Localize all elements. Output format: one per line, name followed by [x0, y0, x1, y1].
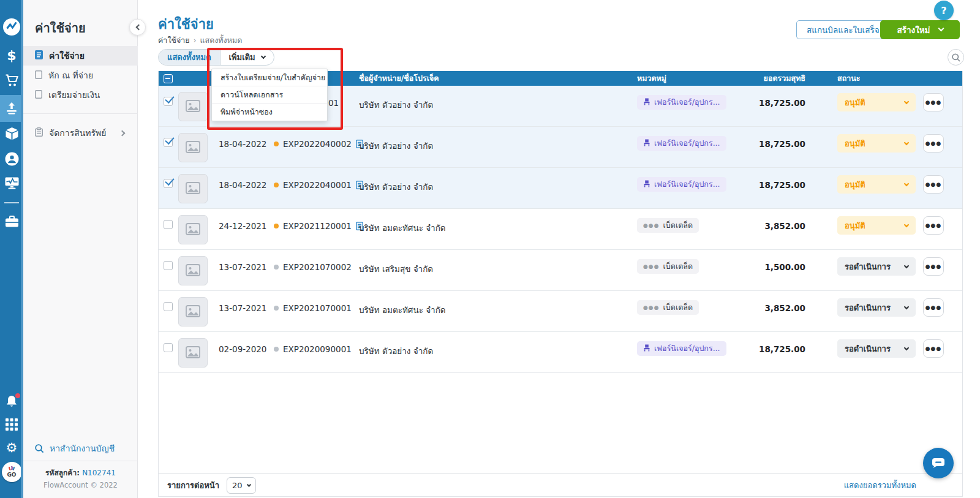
- sidebar-item[interactable]: ค่าใช้จ่าย: [23, 46, 138, 66]
- select-all-checkbox[interactable]: [164, 74, 173, 83]
- contacts-icon[interactable]: [0, 152, 23, 166]
- sidebar-divider: [23, 113, 138, 114]
- package-icon[interactable]: [0, 127, 23, 140]
- status-select[interactable]: รอดำเนินการ: [837, 298, 916, 317]
- document-number: EXP2020090001: [283, 344, 352, 354]
- table-row: 24-12-2021EXP2021120001บริษัท อมตะทัศนะ …: [159, 209, 962, 250]
- date-cell: 13-07-2021: [219, 291, 274, 331]
- chat-bubble-button[interactable]: [923, 448, 954, 478]
- sidebar-collapse-button[interactable]: [129, 19, 146, 36]
- cart-icon[interactable]: [0, 74, 23, 87]
- chevron-down-icon: [260, 54, 265, 59]
- status-dot: [274, 265, 279, 270]
- status-select[interactable]: อนุมัติ: [837, 216, 916, 235]
- image-placeholder-icon: [186, 100, 200, 114]
- attachment-thumbnail[interactable]: [178, 215, 208, 244]
- attachment-thumbnail[interactable]: [178, 92, 208, 121]
- date-cell: 24-12-2021: [219, 209, 274, 249]
- notification-badge: [15, 393, 20, 398]
- status-dot: [274, 224, 279, 228]
- flowaccount-logo-icon[interactable]: [0, 18, 23, 36]
- copyright-text: FlowAccount © 2022: [23, 481, 138, 489]
- breadcrumb: ค่าใช้จ่าย › แสดงทั้งหมด: [158, 34, 242, 47]
- status-select[interactable]: อนุมัติ: [837, 175, 916, 194]
- row-more-button[interactable]: ●●●: [923, 175, 944, 194]
- sidebar-title: ค่าใช้จ่าย: [35, 18, 86, 38]
- row-more-button[interactable]: ●●●: [923, 257, 944, 276]
- search-icon: [35, 444, 44, 453]
- find-accountant-link[interactable]: หาสำนักงานบัญชี: [23, 436, 138, 461]
- row-checkbox[interactable]: [164, 220, 173, 229]
- row-more-button[interactable]: ●●●: [923, 216, 944, 235]
- net-total: 1,500.00: [745, 250, 807, 290]
- net-total: 18,725.00: [745, 127, 807, 167]
- category-chip: เฟอร์นิเจอร์/อุปกร...: [637, 341, 726, 356]
- go-logo-icon[interactable]: GO: [0, 461, 23, 482]
- create-new-button[interactable]: สร้างใหม่: [880, 20, 960, 39]
- chevron-down-icon: [904, 263, 909, 268]
- per-page-select[interactable]: 20: [227, 477, 256, 494]
- category-chip: เฟอร์นิเจอร์/อุปกร...: [637, 177, 726, 192]
- table-row: 13-07-2021EXP2021070001บริษัท อมตะทัศนะ …: [159, 291, 962, 332]
- document-number: EXP2021070002: [283, 262, 352, 272]
- status-select[interactable]: รอดำเนินการ: [837, 257, 916, 276]
- dollar-icon[interactable]: $: [0, 48, 23, 62]
- status-select[interactable]: รอดำเนินการ: [837, 339, 916, 358]
- expense-table-card: ชื่อผู้จำหน่าย/ชื่อโปรเจ็ค หมวดหมู่ ยอดร…: [158, 71, 963, 497]
- apps-grid-icon[interactable]: [0, 418, 23, 431]
- briefcase-icon[interactable]: [0, 216, 23, 227]
- attachment-thumbnail[interactable]: [178, 256, 208, 285]
- row-more-button[interactable]: ●●●: [923, 93, 944, 111]
- date-cell: 18-04-2022: [219, 127, 274, 167]
- attachment-thumbnail[interactable]: [178, 174, 208, 203]
- show-total-link[interactable]: แสดงยอดรวมทั้งหมด: [844, 479, 916, 492]
- help-button[interactable]: ?: [934, 1, 954, 20]
- customer-code-value[interactable]: N102741: [82, 469, 116, 477]
- app-icon-rail: $ ⚙: [0, 0, 23, 498]
- furniture-icon: [643, 139, 650, 148]
- furniture-icon: [643, 344, 650, 353]
- sidebar-item-asset-management[interactable]: จัดการสินทรัพย์: [23, 123, 138, 143]
- status-dot: [274, 183, 279, 187]
- vendor-name: บริษัท ตัวอย่าง จำกัด: [356, 332, 632, 372]
- row-checkbox[interactable]: [164, 261, 173, 270]
- net-total: 3,852.00: [745, 291, 807, 331]
- document-icon-active: [35, 50, 43, 61]
- document-number: EXP2022040001: [283, 180, 352, 190]
- breadcrumb-current: แสดงทั้งหมด: [200, 34, 242, 47]
- row-more-button[interactable]: ●●●: [923, 339, 944, 358]
- table-search-button[interactable]: [948, 49, 964, 66]
- net-total: 18,725.00: [745, 86, 807, 126]
- expense-upload-icon[interactable]: [0, 102, 23, 115]
- more-menu-item[interactable]: ดาวน์โหลดเอกสาร: [212, 86, 327, 104]
- image-placeholder-icon: [186, 141, 200, 155]
- attachment-thumbnail[interactable]: [178, 338, 208, 368]
- row-checkbox[interactable]: [164, 179, 173, 188]
- row-more-button[interactable]: ●●●: [923, 298, 944, 317]
- row-checkbox[interactable]: [164, 97, 173, 106]
- more-menu-item[interactable]: พิมพ์จ่าหน้าซอง: [212, 104, 327, 121]
- bell-icon[interactable]: [0, 395, 23, 409]
- gear-icon[interactable]: ⚙: [0, 440, 23, 455]
- row-checkbox[interactable]: [164, 343, 173, 352]
- chevron-down-icon: [904, 345, 909, 350]
- breadcrumb-root[interactable]: ค่าใช้จ่าย: [158, 34, 190, 47]
- scan-bills-button[interactable]: สแกนบิลและใบเสร็จ: [796, 20, 890, 39]
- chevron-down-icon: [904, 99, 909, 104]
- filter-show-all[interactable]: แสดงทั้งหมด: [159, 50, 221, 65]
- status-select[interactable]: อนุมัติ: [837, 134, 916, 153]
- more-menu-item[interactable]: สร้างใบเตรียมจ่าย/ใบสำคัญจ่าย: [212, 69, 327, 86]
- attachment-thumbnail[interactable]: [178, 297, 208, 326]
- sidebar-item[interactable]: เตรียมจ่ายเงิน: [23, 85, 138, 105]
- row-checkbox[interactable]: [164, 138, 173, 147]
- chevron-down-icon: [904, 222, 909, 227]
- sidebar-item[interactable]: หัก ณ ที่จ่าย: [23, 66, 138, 85]
- row-checkbox[interactable]: [164, 302, 173, 311]
- attachment-thumbnail[interactable]: [178, 133, 208, 162]
- dashboard-pulse-icon[interactable]: [0, 177, 23, 189]
- filter-more-button[interactable]: เพิ่มเติม: [221, 50, 274, 65]
- header-status: สถานะ: [807, 72, 923, 85]
- module-sidebar: ค่าใช้จ่าย ค่าใช้จ่ายหัก ณ ที่จ่ายเตรียม…: [23, 0, 138, 498]
- row-more-button[interactable]: ●●●: [923, 134, 944, 153]
- status-select[interactable]: อนุมัติ: [837, 93, 916, 111]
